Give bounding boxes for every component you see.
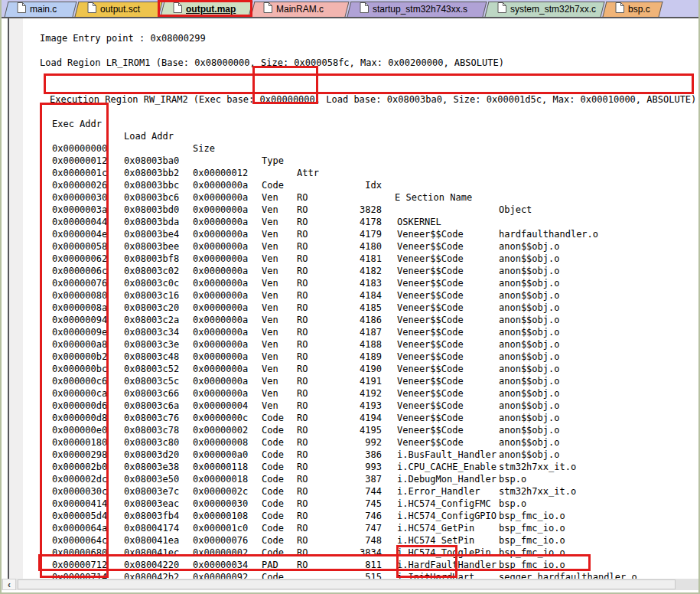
- map-table-row: 0x00000000 0x08003ba0 0x00000012 Code RO…: [2, 130, 700, 142]
- document-icon: [17, 2, 26, 16]
- map-table-row: 0x00000044 0x08003be4 0x0000000a Ven RO …: [2, 204, 700, 216]
- scroll-left-arrow-button[interactable]: ‹: [2, 579, 16, 590]
- tab-bar: main.c output.sct output.map MainRAM.c: [2, 0, 698, 18]
- tab-label: MainRAM.c: [276, 4, 324, 15]
- tab-label: main.c: [30, 4, 57, 15]
- tab-startup_stm32h743xx.s[interactable]: startup_stm32h743xx.s: [349, 2, 485, 17]
- map-table-row: 0x0000004e 0x08003bee 0x0000000a Ven RO …: [2, 216, 700, 228]
- tab-label: system_stm32h7xx.c: [510, 4, 596, 15]
- image-entry-point-line: Image Entry point : 0x08000299: [40, 32, 206, 44]
- map-table-row: 0x000002b0 0x08003e50 0x0000002c Code RO…: [2, 449, 700, 461]
- tab-output.map[interactable]: output.map: [162, 2, 251, 17]
- map-table-row: 0x0000009e 0x08003c3e 0x0000000a Ven RO …: [2, 314, 700, 326]
- document-icon: [615, 2, 624, 16]
- tab-label: output.sct: [100, 4, 140, 15]
- map-table-row: 0x0000001c 0x08003bbc 0x0000000a Ven RO …: [2, 155, 700, 167]
- map-table-row: 0x0000064a 0x080041ea 0x00000002 PAD: [2, 510, 700, 522]
- tab-MainRAM.c[interactable]: MainRAM.c: [252, 2, 347, 17]
- map-table-row: 0x000000e0 0x08003c80 0x000000a0 Code RO…: [2, 412, 700, 424]
- map-table-row: 0x00000012 0x08003bb2 0x0000000a Ven RO …: [2, 142, 700, 155]
- map-table-row: 0x00000058 0x08003bf8 0x0000000a Ven RO …: [2, 228, 700, 240]
- tab-main.c[interactable]: main.c: [6, 2, 75, 17]
- map-table-row: 0x0000003a 0x08003bda 0x0000000a Ven RO …: [2, 191, 700, 204]
- map-table-row: 0x000000a8 0x08003c48 0x0000000a Ven RO …: [2, 326, 700, 338]
- map-table-row: 0x00000030 0x08003bd0 0x0000000a Ven RO …: [2, 179, 700, 191]
- tab-label: bsp.c: [628, 4, 650, 15]
- map-table-row: 0x00000714 0x080042b4 0x00000070 Code RO…: [2, 559, 700, 571]
- tab-bsp.c[interactable]: bsp.c: [604, 2, 661, 17]
- map-file-content: Image Entry point : 0x08000299 Load Regi…: [2, 18, 700, 583]
- editor-window: main.c output.sct output.map MainRAM.c: [0, 0, 700, 594]
- map-table-row: 0x0000064c 0x080041ec 0x00000034 Code RO…: [2, 522, 700, 534]
- map-table-row: 0x000000c6 0x08003c66 0x00000004 Code RO…: [2, 363, 700, 375]
- map-table-row: 0x00000076 0x08003c16 0x0000000a Ven RO …: [2, 265, 700, 277]
- map-table-row: 0x00000680 0x08004220 0x00000092 Code RO…: [2, 534, 700, 547]
- map-table-row: 0x0000008a 0x08003c2a 0x0000000a Ven RO …: [2, 289, 700, 302]
- map-table-row: 0x00000080 0x08003c20 0x0000000a Ven RO …: [2, 277, 700, 289]
- document-icon: [87, 2, 96, 16]
- map-table-row: 0x000000d8 0x08003c78 0x00000008 Code RO…: [2, 400, 700, 412]
- map-table-row: 0x000000ca 0x08003c6a 0x0000000c Code RO…: [2, 375, 700, 387]
- map-table-row: 0x000000b2 0x08003c52 0x0000000a Ven RO …: [2, 338, 700, 351]
- document-icon: [263, 2, 272, 16]
- map-table-row: 0x0000006c 0x08003c0c 0x0000000a Ven RO …: [2, 253, 700, 265]
- load-region-line: Load Region LR_IROM1 (Base: 0x08000000, …: [40, 57, 504, 69]
- map-table-row: 0x00000298 0x08003e38 0x00000018 Code RO…: [2, 436, 700, 449]
- tab-output.sct[interactable]: output.sct: [77, 2, 161, 17]
- horizontal-scrollbar[interactable]: ‹: [2, 579, 698, 592]
- document-icon: [360, 2, 369, 16]
- map-table-body: 0x00000000 0x08003ba0 0x00000012 Code RO…: [2, 130, 700, 583]
- map-table-row: 0x00000414 0x08003fb4 0x000001c0 Code RO…: [2, 485, 700, 498]
- map-table-row: 0x00000062 0x08003c02 0x0000000a Ven RO …: [2, 240, 700, 253]
- map-table-row: 0x000005d4 0x08004174 0x00000076 Code RO…: [2, 498, 700, 510]
- tab-label: output.map: [186, 4, 236, 15]
- tab-label: startup_stm32h743xx.s: [373, 4, 467, 15]
- map-table-row: 0x00000094 0x08003c34 0x0000000a Ven RO …: [2, 302, 700, 314]
- tab-background: [161, 2, 253, 17]
- document-icon: [173, 2, 182, 16]
- map-table-row: 0x00000180 0x08003d20 0x00000118 Code RO…: [2, 424, 700, 436]
- map-table-row: 0x00000026 0x08003bc6 0x0000000a Ven RO …: [2, 167, 700, 179]
- map-table-header: Exec Addr Load Addr Size Type Attr Idx E…: [2, 106, 700, 118]
- scrollbar-track[interactable]: [2, 579, 698, 590]
- map-table-row: 0x000000bc 0x08003c5c 0x0000000a Ven RO …: [2, 351, 700, 363]
- map-table-row: 0x000000d6 0x08003c76 0x00000002 Code RO…: [2, 387, 700, 400]
- tab-system_stm32h7xx.c[interactable]: system_stm32h7xx.c: [487, 2, 603, 17]
- scrollbar-thumb[interactable]: [18, 579, 676, 589]
- map-table-row: 0x00000712 0x080042b2 0x00000002 PAD: [2, 547, 700, 559]
- document-icon: [497, 2, 506, 16]
- map-table-row: 0x0000030c 0x08003eac 0x00000108 Code RO…: [2, 473, 700, 485]
- scroll-left-arrow-icon: ‹: [8, 580, 11, 589]
- map-table-row: 0x000002dc 0x08003e7c 0x00000030 Code RO…: [2, 461, 700, 473]
